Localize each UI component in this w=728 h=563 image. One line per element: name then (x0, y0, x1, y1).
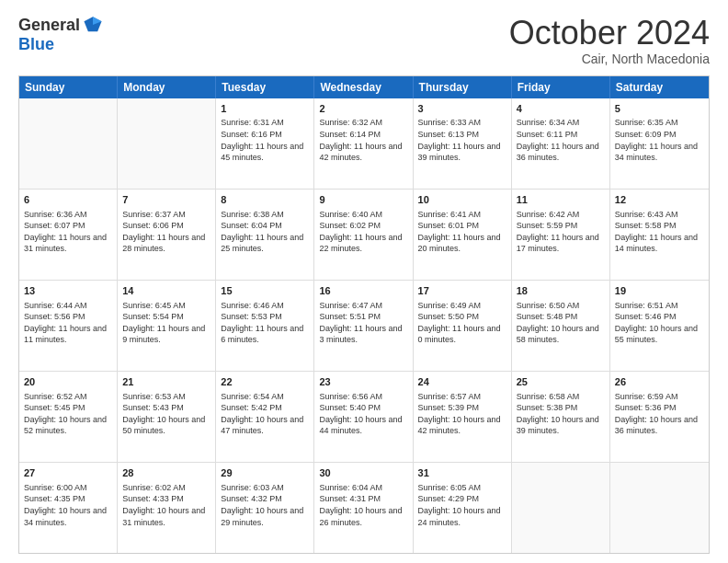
day-number: 19 (615, 284, 704, 298)
day-details: Sunrise: 6:52 AM Sunset: 5:45 PM Dayligh… (24, 391, 112, 437)
calendar-cell: 9Sunrise: 6:40 AM Sunset: 6:02 PM Daylig… (314, 190, 413, 280)
calendar-cell: 1Sunrise: 6:31 AM Sunset: 6:16 PM Daylig… (216, 98, 314, 189)
calendar-cell: 12Sunrise: 6:43 AM Sunset: 5:58 PM Dayli… (610, 190, 709, 280)
weekday-header-tuesday: Tuesday (216, 76, 314, 98)
day-details: Sunrise: 6:41 AM Sunset: 6:01 PM Dayligh… (418, 209, 506, 255)
calendar-cell: 13Sunrise: 6:44 AM Sunset: 5:56 PM Dayli… (19, 281, 118, 371)
day-number: 16 (319, 284, 407, 298)
weekday-header-wednesday: Wednesday (314, 76, 413, 98)
day-number: 12 (615, 193, 704, 207)
day-details: Sunrise: 6:32 AM Sunset: 6:14 PM Dayligh… (319, 117, 407, 163)
weekday-header-friday: Friday (512, 76, 610, 98)
day-number: 1 (221, 102, 309, 116)
calendar-header: SundayMondayTuesdayWednesdayThursdayFrid… (19, 76, 709, 98)
day-details: Sunrise: 6:51 AM Sunset: 5:46 PM Dayligh… (615, 300, 704, 346)
calendar-row-1: 6Sunrise: 6:36 AM Sunset: 6:07 PM Daylig… (19, 190, 709, 281)
calendar-cell: 26Sunrise: 6:59 AM Sunset: 5:36 PM Dayli… (610, 372, 709, 462)
day-details: Sunrise: 6:31 AM Sunset: 6:16 PM Dayligh… (221, 117, 309, 163)
day-number: 31 (418, 466, 506, 480)
day-number: 3 (418, 102, 506, 116)
calendar-cell: 27Sunrise: 6:00 AM Sunset: 4:35 PM Dayli… (19, 463, 118, 553)
title-section: October 2024 Cair, North Macedonia (509, 15, 710, 66)
calendar-cell: 24Sunrise: 6:57 AM Sunset: 5:39 PM Dayli… (414, 372, 512, 462)
calendar-row-4: 27Sunrise: 6:00 AM Sunset: 4:35 PM Dayli… (19, 463, 709, 553)
day-number: 27 (24, 466, 112, 480)
day-details: Sunrise: 6:37 AM Sunset: 6:06 PM Dayligh… (122, 209, 210, 255)
calendar-cell: 21Sunrise: 6:53 AM Sunset: 5:43 PM Dayli… (118, 372, 216, 462)
day-number: 13 (24, 284, 112, 298)
day-details: Sunrise: 6:02 AM Sunset: 4:33 PM Dayligh… (122, 482, 210, 528)
day-details: Sunrise: 6:44 AM Sunset: 5:56 PM Dayligh… (24, 300, 112, 346)
weekday-header-monday: Monday (118, 76, 216, 98)
day-details: Sunrise: 6:47 AM Sunset: 5:51 PM Dayligh… (319, 300, 407, 346)
day-number: 2 (319, 102, 407, 116)
day-number: 14 (122, 284, 210, 298)
calendar-cell: 31Sunrise: 6:05 AM Sunset: 4:29 PM Dayli… (414, 463, 512, 553)
location-subtitle: Cair, North Macedonia (509, 52, 710, 66)
day-number: 30 (319, 466, 407, 480)
day-number: 24 (418, 375, 506, 389)
calendar-cell (512, 463, 610, 553)
calendar-cell: 4Sunrise: 6:34 AM Sunset: 6:11 PM Daylig… (512, 98, 610, 189)
calendar: SundayMondayTuesdayWednesdayThursdayFrid… (18, 75, 710, 554)
page: General Blue October 2024 Cair, North Ma… (0, 0, 728, 563)
day-details: Sunrise: 6:45 AM Sunset: 5:54 PM Dayligh… (122, 300, 210, 346)
day-number: 9 (319, 193, 407, 207)
day-number: 6 (24, 193, 112, 207)
calendar-cell: 30Sunrise: 6:04 AM Sunset: 4:31 PM Dayli… (314, 463, 413, 553)
day-details: Sunrise: 6:43 AM Sunset: 5:58 PM Dayligh… (615, 209, 704, 255)
day-details: Sunrise: 6:57 AM Sunset: 5:39 PM Dayligh… (418, 391, 506, 437)
day-details: Sunrise: 6:49 AM Sunset: 5:50 PM Dayligh… (418, 300, 506, 346)
weekday-header-thursday: Thursday (414, 76, 512, 98)
logo-flag-icon (83, 15, 103, 35)
day-number: 5 (615, 102, 704, 116)
logo: General Blue (18, 15, 103, 54)
day-details: Sunrise: 6:56 AM Sunset: 5:40 PM Dayligh… (319, 391, 407, 437)
day-number: 23 (319, 375, 407, 389)
calendar-cell: 18Sunrise: 6:50 AM Sunset: 5:48 PM Dayli… (512, 281, 610, 371)
calendar-cell: 22Sunrise: 6:54 AM Sunset: 5:42 PM Dayli… (216, 372, 314, 462)
day-number: 25 (517, 375, 605, 389)
day-details: Sunrise: 6:36 AM Sunset: 6:07 PM Dayligh… (24, 209, 112, 255)
calendar-cell: 11Sunrise: 6:42 AM Sunset: 5:59 PM Dayli… (512, 190, 610, 280)
calendar-row-3: 20Sunrise: 6:52 AM Sunset: 5:45 PM Dayli… (19, 372, 709, 463)
day-number: 15 (221, 284, 309, 298)
calendar-cell: 7Sunrise: 6:37 AM Sunset: 6:06 PM Daylig… (118, 190, 216, 280)
day-details: Sunrise: 6:59 AM Sunset: 5:36 PM Dayligh… (615, 391, 704, 437)
day-details: Sunrise: 6:04 AM Sunset: 4:31 PM Dayligh… (319, 482, 407, 528)
day-number: 17 (418, 284, 506, 298)
calendar-cell: 5Sunrise: 6:35 AM Sunset: 6:09 PM Daylig… (610, 98, 709, 189)
calendar-cell: 23Sunrise: 6:56 AM Sunset: 5:40 PM Dayli… (314, 372, 413, 462)
day-details: Sunrise: 6:54 AM Sunset: 5:42 PM Dayligh… (221, 391, 309, 437)
day-number: 8 (221, 193, 309, 207)
day-details: Sunrise: 6:50 AM Sunset: 5:48 PM Dayligh… (517, 300, 605, 346)
month-title: October 2024 (509, 15, 710, 52)
day-number: 28 (122, 466, 210, 480)
day-number: 4 (517, 102, 605, 116)
weekday-header-sunday: Sunday (19, 76, 118, 98)
day-number: 29 (221, 466, 309, 480)
calendar-cell: 25Sunrise: 6:58 AM Sunset: 5:38 PM Dayli… (512, 372, 610, 462)
calendar-cell: 16Sunrise: 6:47 AM Sunset: 5:51 PM Dayli… (314, 281, 413, 371)
day-details: Sunrise: 6:42 AM Sunset: 5:59 PM Dayligh… (517, 209, 605, 255)
day-number: 21 (122, 375, 210, 389)
calendar-cell: 19Sunrise: 6:51 AM Sunset: 5:46 PM Dayli… (610, 281, 709, 371)
calendar-cell: 29Sunrise: 6:03 AM Sunset: 4:32 PM Dayli… (216, 463, 314, 553)
day-details: Sunrise: 6:38 AM Sunset: 6:04 PM Dayligh… (221, 209, 309, 255)
day-details: Sunrise: 6:00 AM Sunset: 4:35 PM Dayligh… (24, 482, 112, 528)
calendar-cell: 20Sunrise: 6:52 AM Sunset: 5:45 PM Dayli… (19, 372, 118, 462)
day-details: Sunrise: 6:03 AM Sunset: 4:32 PM Dayligh… (221, 482, 309, 528)
calendar-body: 1Sunrise: 6:31 AM Sunset: 6:16 PM Daylig… (19, 98, 709, 553)
logo-general-text: General (18, 16, 80, 35)
calendar-cell (610, 463, 709, 553)
logo-blue-text: Blue (18, 35, 54, 53)
day-number: 22 (221, 375, 309, 389)
day-details: Sunrise: 6:34 AM Sunset: 6:11 PM Dayligh… (517, 117, 605, 163)
day-details: Sunrise: 6:46 AM Sunset: 5:53 PM Dayligh… (221, 300, 309, 346)
calendar-row-0: 1Sunrise: 6:31 AM Sunset: 6:16 PM Daylig… (19, 98, 709, 190)
header: General Blue October 2024 Cair, North Ma… (18, 15, 710, 66)
day-number: 20 (24, 375, 112, 389)
day-number: 18 (517, 284, 605, 298)
weekday-header-saturday: Saturday (610, 76, 709, 98)
day-details: Sunrise: 6:58 AM Sunset: 5:38 PM Dayligh… (517, 391, 605, 437)
